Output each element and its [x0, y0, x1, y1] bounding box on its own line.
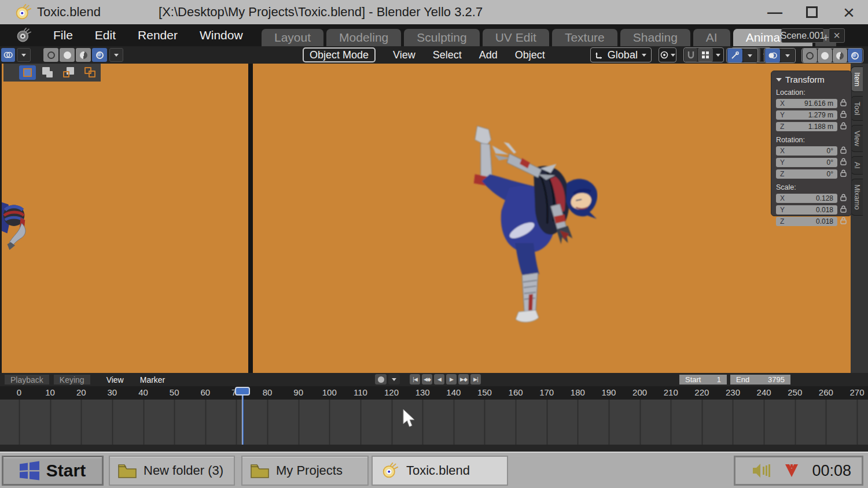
timeline-menu-view[interactable]: View: [106, 375, 124, 385]
object-mode-selector[interactable]: Object Mode: [303, 47, 376, 62]
lock-icon[interactable]: [840, 193, 847, 204]
rotation-y-field[interactable]: Y0°: [776, 158, 837, 167]
viewport-menu-view[interactable]: View: [393, 49, 415, 61]
frame-end-field[interactable]: End 3795: [730, 375, 790, 385]
menu-edit[interactable]: Edit: [95, 28, 116, 42]
timeline-popover-playback[interactable]: Playback: [5, 375, 49, 385]
playhead-line[interactable]: [242, 395, 244, 445]
play-forward-button[interactable]: ▶: [446, 374, 457, 385]
mode-wireframe-button[interactable]: [43, 48, 58, 62]
snap-target-button[interactable]: [698, 48, 713, 62]
select-subtract-button[interactable]: [61, 65, 78, 80]
jump-to-end-button[interactable]: ▶|: [470, 374, 481, 385]
workspace-tab-layout[interactable]: Layout: [262, 29, 323, 46]
shading-material-button[interactable]: [833, 49, 847, 62]
workspace-tab-sculpting[interactable]: Sculpting: [404, 29, 479, 46]
overlays-dropdown[interactable]: [781, 49, 795, 62]
workspace-tab-modeling[interactable]: Modeling: [326, 29, 401, 46]
scene-name-field[interactable]: Scene.001: [781, 28, 824, 43]
lock-icon[interactable]: [840, 205, 847, 215]
shading-rendered-button[interactable]: [848, 49, 862, 62]
lock-icon[interactable]: [840, 169, 847, 179]
mode-solid-button[interactable]: [60, 48, 75, 62]
download-arrow-icon[interactable]: [784, 463, 799, 478]
lock-icon[interactable]: [840, 121, 847, 132]
gizmos-toggle-button[interactable]: [727, 49, 742, 62]
sidebar-tab-item[interactable]: Item: [851, 66, 863, 92]
scale-z-field[interactable]: Z0.018: [776, 217, 837, 226]
viewport-menu-add[interactable]: Add: [479, 49, 498, 61]
workspace-tab-shading[interactable]: Shading: [620, 29, 690, 46]
editor-type-button[interactable]: [1, 48, 15, 62]
workspace-tab-ai[interactable]: AI: [693, 29, 730, 46]
workspace-tab-texture[interactable]: Texture: [552, 29, 617, 46]
location-x-field[interactable]: X91.616 m: [776, 99, 837, 108]
taskbar-item-new-folder-3-[interactable]: New folder (3): [109, 456, 235, 486]
gizmos-dropdown[interactable]: [743, 49, 757, 62]
mode-rendered-button[interactable]: [92, 48, 107, 62]
scale-x-field[interactable]: X0.128: [776, 194, 837, 203]
workspace-tab-uv-edit[interactable]: UV Edit: [483, 29, 549, 46]
sidebar-tab-tool[interactable]: Tool: [851, 96, 863, 121]
menu-render[interactable]: Render: [138, 28, 178, 42]
taskbar-item-toxic-blend[interactable]: Toxic.blend: [372, 456, 508, 486]
mode-material-button[interactable]: [76, 48, 91, 62]
menu-file[interactable]: File: [53, 28, 73, 42]
axis-label: X: [780, 194, 785, 202]
lock-icon[interactable]: [840, 216, 847, 227]
shading-solid-button[interactable]: [818, 49, 832, 62]
auto-keying-button[interactable]: [375, 374, 387, 385]
next-keyframe-button[interactable]: ▶◆: [458, 374, 469, 385]
taskbar-item-my-projects[interactable]: My Projects: [241, 456, 369, 486]
location-y-field[interactable]: Y1.279 m: [776, 110, 837, 120]
timeline-popover-keying[interactable]: Keying: [54, 375, 90, 385]
sidebar-tab-view[interactable]: View: [851, 125, 863, 152]
scale-y-field[interactable]: Y0.018: [776, 205, 837, 215]
transform-panel-header[interactable]: Transform: [776, 75, 847, 84]
taskbar-clock[interactable]: 00:08: [812, 462, 851, 480]
snap-toggle-button[interactable]: [685, 48, 697, 62]
timeline-track[interactable]: [0, 400, 868, 445]
select-extend-button[interactable]: [40, 65, 57, 80]
scene-close-button[interactable]: ×: [829, 28, 845, 43]
overlays-toggle-button[interactable]: [765, 49, 780, 62]
minimize-button[interactable]: —: [766, 3, 784, 21]
timeline-menu-marker[interactable]: Marker: [140, 375, 165, 385]
frame-start-field[interactable]: Start 1: [679, 375, 727, 385]
rotation-z-field[interactable]: Z0°: [776, 169, 837, 179]
sidebar-tab-mixamo[interactable]: Mixamo: [851, 179, 863, 216]
viewport-menu-object[interactable]: Object: [515, 49, 545, 61]
pivot-point-selector[interactable]: [659, 47, 676, 62]
sidebar-tab-ai[interactable]: AI: [851, 156, 863, 175]
mode-dropdown[interactable]: [109, 48, 123, 62]
start-button[interactable]: Start: [2, 456, 104, 486]
axis-label: Z: [780, 170, 784, 178]
rotation-x-field[interactable]: X0°: [776, 146, 837, 156]
transform-orientation-selector[interactable]: Global: [590, 47, 652, 62]
viewport-divider[interactable]: [248, 64, 253, 373]
editor-type-dropdown[interactable]: [17, 48, 31, 62]
select-set-button[interactable]: [19, 65, 36, 80]
jump-to-start-button[interactable]: |◀: [410, 374, 420, 385]
keying-dropdown[interactable]: [388, 374, 400, 385]
lock-icon[interactable]: [840, 146, 847, 156]
lock-icon[interactable]: [840, 110, 847, 120]
main-viewport[interactable]: [253, 64, 851, 373]
section-label-location: Location:: [776, 88, 847, 97]
menu-window[interactable]: Window: [200, 28, 243, 42]
viewport-menu-select[interactable]: Select: [433, 49, 462, 61]
play-reverse-button[interactable]: ◀: [434, 374, 444, 385]
shading-wireframe-button[interactable]: [803, 49, 817, 62]
lock-icon[interactable]: [840, 157, 847, 168]
close-button[interactable]: ×: [840, 3, 858, 21]
playhead-handle[interactable]: [235, 387, 250, 395]
previous-keyframe-button[interactable]: ◀◆: [422, 374, 432, 385]
timeline-ruler[interactable]: 0102030405060708090100110120130140150160…: [0, 386, 868, 400]
speaker-icon[interactable]: [752, 462, 771, 479]
location-z-field[interactable]: Z1.188 m: [776, 122, 837, 131]
secondary-viewport[interactable]: [0, 64, 248, 373]
maximize-button[interactable]: [803, 3, 821, 21]
transform-panel-body: Location:X91.616 mY1.279 mZ1.188 mRotati…: [776, 88, 847, 227]
select-difference-button[interactable]: [82, 65, 98, 80]
lock-icon[interactable]: [840, 98, 847, 109]
